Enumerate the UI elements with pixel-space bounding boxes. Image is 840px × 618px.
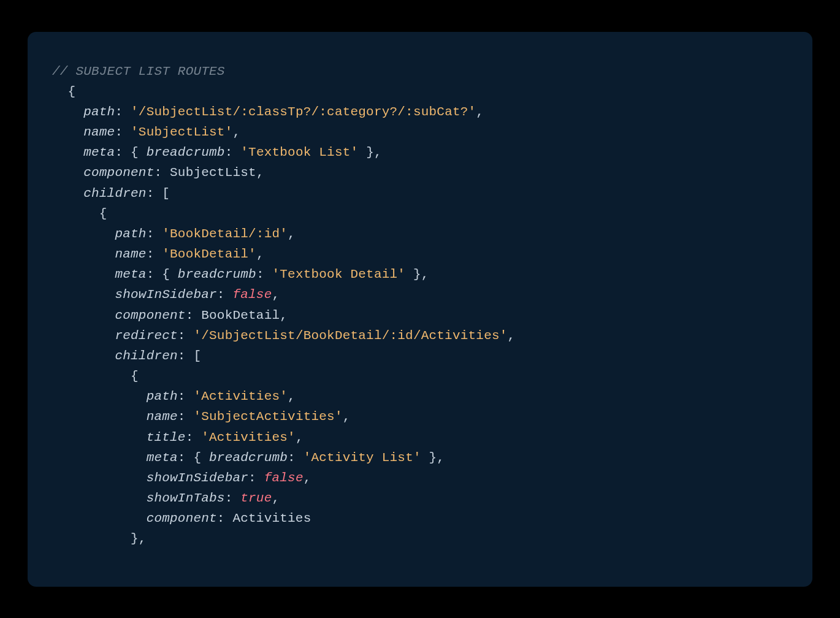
prop-key: children bbox=[115, 349, 177, 363]
prop-key: breadcrumb bbox=[147, 145, 225, 159]
string-literal: '/SubjectList/:classTp?/:category?/:subC… bbox=[131, 105, 476, 119]
string-literal: 'BookDetail/:id' bbox=[162, 227, 288, 241]
string-literal: 'SubjectList' bbox=[131, 125, 232, 139]
prop-key: showInTabs bbox=[147, 491, 225, 505]
bracket-open: [ bbox=[193, 349, 201, 363]
string-literal: '/SubjectList/BookDetail/:id/Activities' bbox=[193, 329, 507, 343]
boolean-literal: true bbox=[240, 491, 272, 505]
prop-key: meta bbox=[83, 145, 115, 159]
identifier: SubjectList bbox=[170, 166, 256, 180]
brace-open: { bbox=[131, 369, 139, 383]
prop-key: breadcrumb bbox=[209, 451, 288, 465]
string-literal: 'Activity List' bbox=[304, 451, 421, 465]
prop-key: title bbox=[147, 430, 186, 444]
prop-key: breadcrumb bbox=[178, 267, 256, 281]
string-literal: 'Activities' bbox=[193, 389, 288, 403]
boolean-literal: false bbox=[232, 288, 272, 302]
prop-key: name bbox=[83, 125, 115, 139]
prop-key: component bbox=[83, 166, 154, 180]
string-literal: 'BookDetail' bbox=[162, 247, 256, 261]
identifier: BookDetail bbox=[201, 308, 280, 322]
string-literal: 'SubjectActivities' bbox=[193, 410, 342, 424]
boolean-literal: false bbox=[264, 471, 304, 485]
prop-key: meta bbox=[147, 451, 178, 465]
brace-open: { bbox=[68, 85, 76, 99]
prop-key: component bbox=[115, 308, 185, 322]
prop-key: showInSidebar bbox=[115, 288, 216, 302]
brace-close: }, bbox=[131, 532, 147, 546]
string-literal: 'Textbook Detail' bbox=[272, 267, 406, 281]
prop-key: name bbox=[147, 410, 178, 424]
identifier: Activities bbox=[232, 511, 311, 525]
string-literal: 'Activities' bbox=[201, 430, 296, 444]
brace-open: { bbox=[99, 207, 107, 221]
prop-key: children bbox=[83, 186, 146, 200]
prop-key: name bbox=[115, 247, 146, 261]
bracket-open: [ bbox=[162, 186, 170, 200]
prop-key: meta bbox=[115, 267, 146, 281]
comment-line: // SUBJECT LIST ROUTES bbox=[52, 64, 225, 78]
code-window: // SUBJECT LIST ROUTES { path: '/Subject… bbox=[28, 32, 812, 587]
code-block[interactable]: // SUBJECT LIST ROUTES { path: '/Subject… bbox=[52, 61, 788, 549]
prop-key: path bbox=[147, 389, 178, 403]
prop-key: component bbox=[147, 511, 217, 525]
prop-key: redirect bbox=[115, 329, 177, 343]
prop-key: path bbox=[83, 105, 115, 119]
prop-key: path bbox=[115, 227, 146, 241]
string-literal: 'Textbook List' bbox=[240, 145, 358, 159]
prop-key: showInSidebar bbox=[147, 471, 248, 485]
